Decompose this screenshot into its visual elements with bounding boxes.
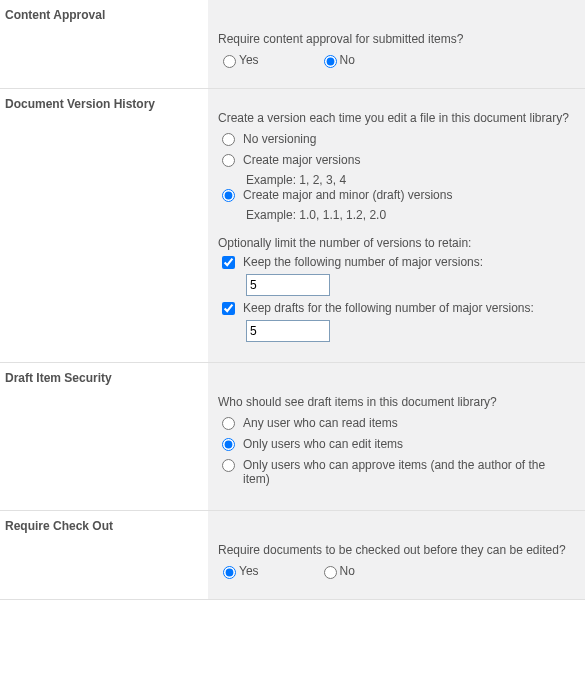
option-readers[interactable]: Any user who can read items [218, 415, 575, 432]
example-major-minor: Example: 1.0, 1.1, 1.2, 2.0 [246, 208, 575, 222]
label-no: No [340, 53, 355, 67]
checkbox-keep-drafts[interactable] [222, 302, 235, 315]
label-keep-drafts: Keep drafts for the following number of … [243, 300, 534, 315]
radio-approval-yes[interactable] [223, 55, 236, 68]
options-require-checkout: Yes No [218, 563, 575, 579]
label-checkout-no: No [340, 564, 355, 578]
checkbox-keep-major[interactable] [222, 256, 235, 269]
option-checkout-no[interactable]: No [319, 563, 355, 579]
section-content: Require documents to be checked out befo… [208, 511, 585, 599]
section-content: Who should see draft items in this docum… [208, 363, 585, 510]
heading-require-checkout: Require Check Out [5, 519, 198, 533]
option-major-versions[interactable]: Create major versions [218, 152, 575, 169]
limit-text: Optionally limit the number of versions … [218, 236, 575, 250]
label-readers: Any user who can read items [243, 415, 398, 430]
input-keep-drafts-count[interactable] [246, 320, 330, 342]
radio-major-versions[interactable] [222, 154, 235, 167]
keep-major-block: Keep the following number of major versi… [218, 254, 575, 271]
label-editors: Only users who can edit items [243, 436, 403, 451]
section-content: Create a version each time you edit a fi… [208, 89, 585, 362]
heading-draft-security: Draft Item Security [5, 371, 198, 385]
label-major-minor-versions: Create major and minor (draft) versions [243, 187, 452, 202]
label-major-versions: Create major versions [243, 152, 360, 167]
label-checkout-yes: Yes [239, 564, 259, 578]
radio-editors[interactable] [222, 438, 235, 451]
option-no[interactable]: No [319, 52, 355, 68]
question-version-history: Create a version each time you edit a fi… [218, 111, 575, 125]
section-label: Require Check Out [0, 511, 208, 599]
option-yes[interactable]: Yes [218, 52, 259, 68]
options-content-approval: Yes No [218, 52, 575, 68]
section-content: Require content approval for submitted i… [208, 0, 585, 88]
question-content-approval: Require content approval for submitted i… [218, 32, 575, 46]
option-checkout-yes[interactable]: Yes [218, 563, 259, 579]
heading-content-approval: Content Approval [5, 8, 198, 22]
options-version-history: No versioning Create major versions Exam… [218, 131, 575, 222]
section-content-approval: Content Approval Require content approva… [0, 0, 585, 89]
question-draft-security: Who should see draft items in this docum… [218, 395, 575, 409]
section-label: Content Approval [0, 0, 208, 88]
radio-approvers[interactable] [222, 459, 235, 472]
label-yes: Yes [239, 53, 259, 67]
options-draft-security: Any user who can read items Only users w… [218, 415, 575, 486]
radio-checkout-no[interactable] [324, 566, 337, 579]
heading-version-history: Document Version History [5, 97, 198, 111]
label-no-versioning: No versioning [243, 131, 316, 146]
label-keep-major: Keep the following number of major versi… [243, 254, 483, 269]
section-version-history: Document Version History Create a versio… [0, 89, 585, 363]
radio-readers[interactable] [222, 417, 235, 430]
input-keep-major-count[interactable] [246, 274, 330, 296]
option-approvers[interactable]: Only users who can approve items (and th… [218, 457, 575, 486]
option-editors[interactable]: Only users who can edit items [218, 436, 575, 453]
keep-drafts-block: Keep drafts for the following number of … [218, 300, 575, 317]
section-require-checkout: Require Check Out Require documents to b… [0, 511, 585, 600]
question-require-checkout: Require documents to be checked out befo… [218, 543, 575, 557]
section-label: Document Version History [0, 89, 208, 362]
label-approvers: Only users who can approve items (and th… [243, 457, 575, 486]
option-major-minor-versions[interactable]: Create major and minor (draft) versions [218, 187, 575, 204]
option-no-versioning[interactable]: No versioning [218, 131, 575, 148]
section-draft-security: Draft Item Security Who should see draft… [0, 363, 585, 511]
radio-checkout-yes[interactable] [223, 566, 236, 579]
radio-no-versioning[interactable] [222, 133, 235, 146]
example-major: Example: 1, 2, 3, 4 [246, 173, 575, 187]
radio-major-minor-versions[interactable] [222, 189, 235, 202]
radio-approval-no[interactable] [324, 55, 337, 68]
section-label: Draft Item Security [0, 363, 208, 510]
